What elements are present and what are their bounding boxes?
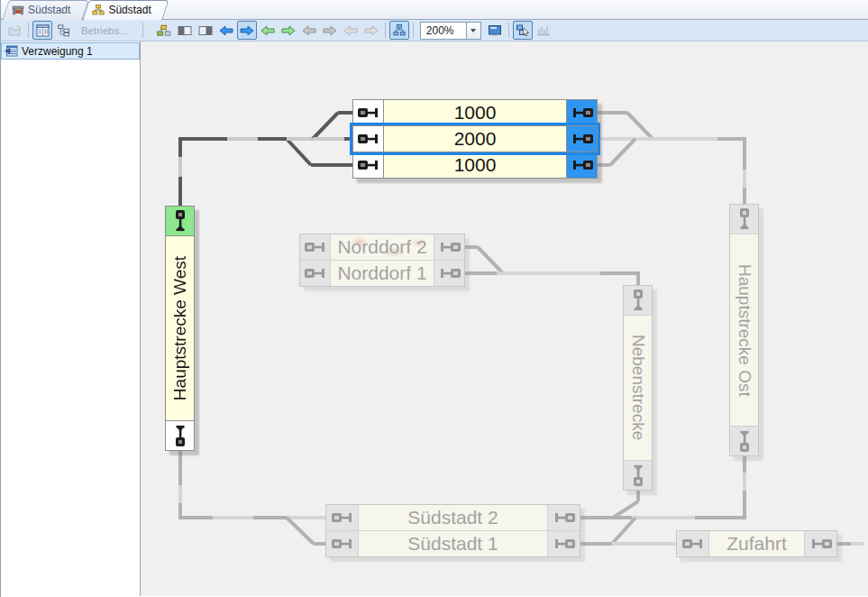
block-group-verzweigung: 1000 2000 [352, 99, 598, 179]
track-label-cell[interactable]: Hauptstrecke Ost [730, 234, 758, 426]
signal-right-icon [438, 241, 461, 253]
form-view-button[interactable] [32, 21, 52, 40]
track-row-norddorf-1[interactable]: Norddorf 1 [300, 260, 464, 286]
jump-back-button[interactable] [299, 21, 319, 40]
panel-right-button[interactable] [196, 21, 215, 40]
track-label-cell[interactable]: Hauptstrecke West [166, 236, 194, 420]
toolbar-separator [142, 23, 143, 38]
signal-left-icon [681, 537, 705, 550]
signal-cell-bottom[interactable] [624, 460, 652, 490]
signal-cell-right[interactable] [805, 531, 836, 556]
chevron-down-icon [471, 29, 476, 32]
track-row-1000-b[interactable]: 1000 [353, 152, 597, 178]
tab-suedstadt-layout[interactable]: Südstadt [3, 0, 83, 19]
page-forward-icon [364, 25, 379, 36]
signal-cell-bottom[interactable] [730, 426, 758, 455]
signal-left-icon [357, 133, 380, 145]
signal-cell-left[interactable] [353, 126, 383, 152]
chart-button[interactable] [534, 21, 553, 40]
signal-cell-left[interactable] [677, 531, 708, 556]
track-row-2000[interactable]: 2000 [353, 125, 597, 152]
track-label[interactable]: Norddorf 2 [330, 234, 434, 260]
toolbar-separator [385, 23, 386, 38]
tab-label: Südstadt [28, 4, 70, 16]
signal-left-icon [357, 159, 380, 171]
track-label[interactable]: 2000 [383, 126, 567, 152]
signal-cell-left[interactable] [353, 152, 383, 178]
tree-view-button[interactable] [53, 21, 73, 40]
page-back-icon [343, 25, 358, 36]
signal-down-icon [174, 209, 187, 233]
signal-cell-bottom[interactable] [166, 420, 194, 450]
signal-cell-top[interactable] [624, 286, 652, 316]
track-label-cell[interactable]: Nebenstrecke [624, 316, 652, 460]
track-label: Hauptstrecke West [170, 256, 190, 400]
signal-cell-top[interactable] [730, 205, 758, 234]
signal-cell-right[interactable] [567, 126, 597, 152]
track-label[interactable]: Norddorf 1 [330, 261, 434, 286]
toolbar-separator [508, 23, 509, 38]
tab-suedstadt-diagram[interactable]: Südstadt [83, 0, 163, 19]
toolbar-separator [28, 23, 29, 38]
track-label[interactable]: Südstadt 2 [358, 505, 548, 530]
block-hauptstrecke-west[interactable]: Hauptstrecke West [165, 206, 195, 451]
zoom-value[interactable]: 200% [420, 22, 467, 40]
signal-cell-right[interactable] [567, 100, 597, 125]
sidebar-item-label: Verzweigung 1 [22, 45, 93, 58]
zoom-dropdown-button[interactable] [467, 22, 481, 40]
signal-cell-right[interactable] [548, 505, 580, 530]
nav-back-button[interactable] [216, 21, 236, 40]
hierarchy-view-button[interactable] [389, 21, 409, 40]
select-objects-button[interactable] [513, 21, 533, 40]
track-label[interactable]: 1000 [383, 152, 567, 178]
signal-cell-top-green[interactable] [166, 207, 194, 236]
block-zufahrt[interactable]: Zufahrt [676, 530, 837, 557]
page-back-button[interactable] [341, 21, 361, 40]
signal-right-icon [553, 537, 576, 550]
sidebar-item-verzweigung-1[interactable]: Verzweigung 1 [1, 42, 140, 60]
toolbar: Betriebs... [1, 20, 868, 41]
network-icon [157, 24, 171, 37]
block-group-norddorf[interactable]: Norddorf 2 Norddorf 1 [299, 234, 465, 287]
zoom-combo[interactable]: 200% [420, 22, 481, 40]
signal-up-icon [738, 429, 751, 453]
signal-down-icon [632, 289, 644, 312]
track-label[interactable]: 1000 [383, 100, 567, 125]
monitor-icon [488, 24, 502, 37]
chart-icon [536, 24, 551, 36]
signal-cell-right[interactable] [434, 234, 464, 260]
page-forward-button[interactable] [361, 21, 381, 40]
signal-right-icon [571, 159, 594, 171]
block-nebenstrecke[interactable]: Nebenstrecke [623, 285, 653, 491]
track-row-suedstadt-2[interactable]: Südstadt 2 [326, 505, 580, 530]
track-row-norddorf-2[interactable]: Norddorf 2 [300, 234, 464, 260]
signal-cell-right[interactable] [434, 261, 464, 286]
signal-cell-left[interactable] [326, 531, 358, 556]
track-label[interactable]: Zufahrt [708, 531, 805, 556]
track-row-zufahrt[interactable]: Zufahrt [677, 531, 836, 556]
nav-forward-button[interactable] [237, 21, 257, 40]
track-row-1000-a[interactable]: 1000 [353, 100, 597, 125]
signal-cell-left[interactable] [326, 505, 358, 530]
signal-cell-left[interactable] [300, 234, 330, 260]
step-forward-button[interactable] [279, 21, 298, 40]
monitor-button[interactable] [485, 21, 505, 40]
step-back-button[interactable] [258, 21, 278, 40]
jump-forward-button[interactable] [320, 21, 340, 40]
signal-cell-left[interactable] [300, 261, 330, 286]
network-button[interactable] [154, 21, 174, 40]
new-window-icon [7, 24, 22, 37]
signal-cell-left[interactable] [353, 100, 383, 125]
block-group-suedstadt[interactable]: Südstadt 2 Südstadt 1 [325, 504, 580, 557]
panel-left-button[interactable] [175, 21, 195, 40]
track-diagram-canvas[interactable]: 1000 2000 [141, 41, 868, 596]
nav-forward-icon [240, 25, 254, 36]
track-row-suedstadt-1[interactable]: Südstadt 1 [326, 530, 580, 556]
new-window-button[interactable] [5, 21, 24, 40]
signal-cell-right[interactable] [567, 152, 597, 178]
signal-left-icon [357, 106, 380, 119]
tab-bar: Südstadt Südstadt [1, 0, 868, 20]
block-hauptstrecke-ost[interactable]: Hauptstrecke Ost [729, 204, 759, 456]
signal-cell-right[interactable] [548, 531, 580, 556]
track-label[interactable]: Südstadt 1 [358, 531, 548, 556]
